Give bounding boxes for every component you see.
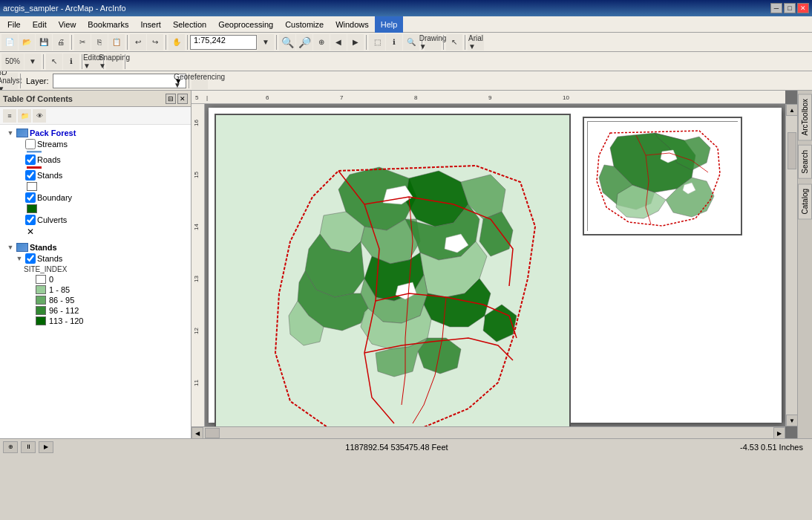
forward-button[interactable]: ▶ — [347, 34, 364, 51]
copy-button[interactable]: ⎘ — [91, 34, 108, 51]
expand-stands2: ▼ — [15, 255, 24, 262]
toc-layer-culverts[interactable]: Culverts — [0, 214, 191, 226]
3d-analyst-dropdown[interactable]: 3D Analyst ▼ — [1, 73, 18, 89]
identify-button[interactable]: ℹ — [386, 34, 402, 51]
font-dropdown[interactable]: Arial ▼ — [468, 34, 484, 51]
toc-float-button[interactable]: ⊟ — [166, 94, 176, 104]
menu-file[interactable]: File — [1, 16, 27, 33]
close-button[interactable]: ✕ — [797, 3, 809, 13]
scale-input[interactable]: 1:75,242 — [190, 35, 257, 50]
snapping-dropdown[interactable]: Snapping ▼ — [106, 53, 122, 70]
boundary-checkbox[interactable] — [25, 192, 36, 203]
stands2-checkbox[interactable] — [25, 253, 36, 264]
sep14 — [20, 74, 21, 88]
legend-label-1-85: 1 - 85 — [49, 285, 70, 294]
stands-checkbox[interactable] — [25, 170, 36, 181]
menubar: File Edit View Bookmarks Insert Selectio… — [0, 16, 812, 33]
toc-content: ▼ Pack Forest Streams Roads — [0, 125, 191, 438]
hscroll-thumb[interactable] — [205, 428, 220, 438]
toc-display-view[interactable]: 👁 — [33, 109, 46, 123]
expand-packforest: ▼ — [6, 129, 15, 137]
status-btn2[interactable]: ⏸ — [21, 441, 36, 453]
vscroll-up[interactable]: ▲ — [786, 104, 797, 116]
streams-checkbox[interactable] — [25, 139, 36, 149]
full-extent-button[interactable]: ⊕ — [313, 34, 330, 51]
back-button[interactable]: ◀ — [330, 34, 347, 51]
status-scale: -4.53 0.51 Inches — [740, 443, 803, 452]
pan-button[interactable]: ✋ — [168, 34, 185, 51]
culverts-label: Culverts — [37, 215, 67, 224]
menu-help[interactable]: Help — [375, 16, 404, 33]
cut-button[interactable]: ✂ — [74, 34, 91, 51]
find-button[interactable]: 🔍 — [403, 34, 419, 51]
menu-insert[interactable]: Insert — [134, 16, 167, 33]
minimize-button[interactable]: ─ — [770, 3, 782, 13]
print-button[interactable]: 🖨 — [53, 34, 69, 51]
select-pointer[interactable]: ↖ — [446, 34, 462, 51]
toc-group-stands[interactable]: ▼ Stands — [0, 242, 191, 253]
legend-box-86-95 — [36, 296, 46, 305]
zoom-out-button[interactable]: 🔎 — [296, 34, 312, 51]
search-tab[interactable]: Search — [798, 145, 812, 179]
menu-windows[interactable]: Windows — [330, 16, 375, 33]
vscroll-thumb[interactable] — [788, 132, 796, 169]
restore-button[interactable]: □ — [784, 3, 796, 13]
roads-checkbox[interactable] — [25, 155, 36, 165]
layer-dropdown[interactable]: ▼ — [53, 74, 186, 88]
identify2[interactable]: ℹ — [63, 53, 79, 70]
menu-view[interactable]: View — [53, 16, 82, 33]
undo-button[interactable]: ↩ — [130, 34, 146, 51]
overview-map-frame[interactable] — [583, 117, 742, 235]
toc-close-button[interactable]: ✕ — [177, 94, 188, 104]
arrow-select[interactable]: ↖ — [46, 53, 62, 70]
streams-legend — [27, 151, 42, 153]
stands2-label: Stands — [37, 254, 62, 263]
zoom-dropdown[interactable]: ▼ — [24, 53, 41, 70]
menu-customize[interactable]: Customize — [279, 16, 330, 33]
sep4 — [187, 35, 188, 50]
stands-label: Stands — [37, 171, 62, 180]
scale-dropdown[interactable]: ▼ — [258, 34, 274, 51]
drawing-dropdown[interactable]: Drawing ▼ — [425, 34, 441, 51]
open-button[interactable]: 📂 — [19, 34, 35, 51]
vscroll-down[interactable]: ▼ — [786, 415, 797, 426]
toc-layer-stands2[interactable]: ▼ Stands — [0, 253, 191, 264]
toc-source-view[interactable]: 📁 — [18, 109, 31, 123]
select-features-button[interactable]: ⬚ — [369, 34, 385, 51]
toolbar-3danalyst: 3D Analyst ▼ Layer: ▼ Georeferencing ▼ — [0, 71, 812, 91]
toc-group-packforest[interactable]: ▼ Pack Forest — [0, 128, 191, 138]
toc-layer-stands[interactable]: Stands — [0, 169, 191, 181]
new-button[interactable]: 📄 — [1, 34, 18, 51]
paste-button[interactable]: 📋 — [108, 34, 125, 51]
zoom-select[interactable]: 50% — [1, 53, 24, 70]
menu-selection[interactable]: Selection — [167, 16, 212, 33]
menu-geoprocessing[interactable]: Geoprocessing — [212, 16, 279, 33]
hscrollbar[interactable]: ◀ ▶ — [191, 426, 785, 438]
hscroll-left[interactable]: ◀ — [191, 427, 203, 438]
menu-bookmarks[interactable]: Bookmarks — [82, 16, 134, 33]
toc-list-view[interactable]: ≡ — [3, 109, 16, 123]
map-canvas[interactable]: | 5 6 7 8 9 10 16 15 14 13 12 11 — [191, 91, 797, 438]
zoom-in-button[interactable]: 🔍 — [279, 34, 295, 51]
vscrollbar[interactable]: ▲ ▼ — [785, 104, 797, 426]
legend-class-96-112: 96 - 112 — [0, 305, 191, 316]
boundary-label: Boundary — [37, 193, 72, 202]
menu-edit[interactable]: Edit — [27, 16, 53, 33]
redo-button[interactable]: ↪ — [147, 34, 163, 51]
main-map-frame[interactable] — [215, 114, 571, 438]
toc-layer-boundary[interactable]: Boundary — [0, 192, 191, 204]
svg-text:11: 11 — [193, 380, 200, 386]
svg-text:16: 16 — [193, 120, 200, 126]
hscroll-right[interactable]: ▶ — [773, 427, 785, 438]
svg-text:15: 15 — [193, 172, 200, 178]
svg-text:9: 9 — [488, 94, 492, 101]
culverts-checkbox[interactable] — [25, 215, 36, 225]
status-btn3[interactable]: ▶ — [39, 441, 53, 453]
toc-layer-streams[interactable]: Streams — [0, 138, 191, 150]
toc-layer-roads[interactable]: Roads — [0, 154, 191, 166]
catalog-tab[interactable]: Catalog — [798, 183, 812, 219]
save-button[interactable]: 💾 — [36, 34, 52, 51]
status-btn1[interactable]: ⊕ — [3, 441, 18, 453]
arctoolbox-tab[interactable]: ArcToolbox — [798, 94, 812, 140]
georef-dropdown[interactable]: Georeferencing ▼ — [191, 73, 208, 89]
